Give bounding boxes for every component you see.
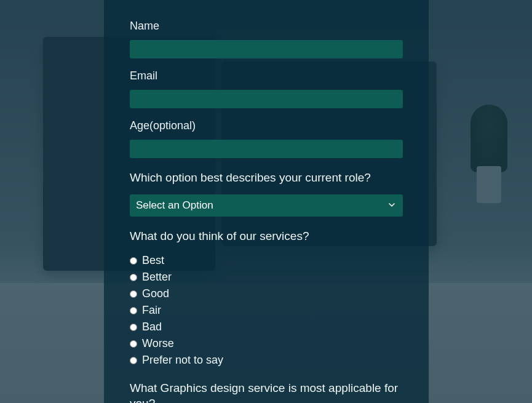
role-select[interactable]: Select an Option (130, 194, 403, 217)
radio-item-fair[interactable]: Fair (130, 302, 403, 319)
radio-input[interactable] (130, 274, 137, 281)
radio-input[interactable] (130, 324, 137, 331)
email-input[interactable] (130, 90, 403, 108)
role-question: Which option best describes your current… (130, 170, 403, 186)
age-label: Age(optional) (130, 119, 403, 132)
radio-item-better[interactable]: Better (130, 269, 403, 285)
radio-label: Worse (142, 335, 174, 352)
radio-label: Good (142, 285, 169, 302)
services-radio-group: Best Better Good Fair Bad Worse Prefer n… (130, 252, 403, 369)
radio-label: Prefer not to say (142, 352, 223, 369)
radio-item-bad[interactable]: Bad (130, 319, 403, 335)
radio-label: Best (142, 252, 164, 269)
radio-label: Bad (142, 319, 162, 335)
radio-input[interactable] (130, 357, 137, 364)
name-input[interactable] (130, 40, 403, 58)
radio-item-best[interactable]: Best (130, 252, 403, 269)
radio-input[interactable] (130, 257, 137, 265)
email-label: Email (130, 70, 403, 82)
graphics-question: What Graphics design service is most app… (130, 381, 403, 403)
age-input[interactable] (130, 140, 403, 158)
survey-form-panel: Name Email Age(optional) Which option be… (104, 0, 429, 403)
radio-input[interactable] (130, 307, 137, 314)
radio-label: Fair (142, 302, 161, 319)
radio-item-worse[interactable]: Worse (130, 335, 403, 352)
radio-input[interactable] (130, 290, 137, 298)
radio-item-good[interactable]: Good (130, 285, 403, 302)
radio-input[interactable] (130, 340, 137, 348)
radio-item-prefer-not[interactable]: Prefer not to say (130, 352, 403, 369)
name-label: Name (130, 20, 403, 33)
radio-label: Better (142, 269, 172, 285)
services-question: What do you think of our services? (130, 229, 403, 244)
